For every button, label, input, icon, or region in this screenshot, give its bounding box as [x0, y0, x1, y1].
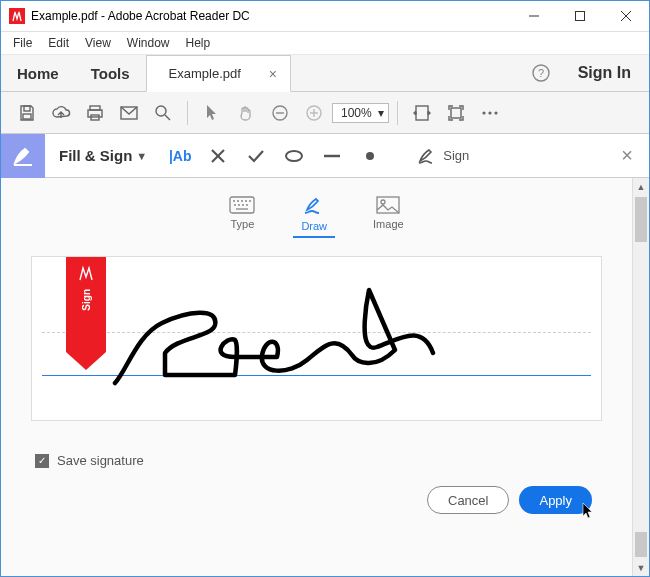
signature-canvas[interactable]: Sign [31, 256, 602, 421]
dialog-buttons: Cancel Apply [31, 468, 602, 532]
fit-page-icon[interactable] [440, 97, 472, 129]
svg-rect-7 [24, 106, 30, 111]
acrobat-logo-icon [77, 265, 95, 283]
content-area: Type Draw Image Sign ✓ Save s [1, 178, 649, 576]
mail-icon[interactable] [113, 97, 145, 129]
x-mark-button[interactable] [201, 139, 235, 173]
scroll-down-icon[interactable]: ▼ [633, 559, 649, 576]
svg-point-42 [381, 200, 385, 204]
svg-rect-21 [451, 108, 461, 118]
vertical-scrollbar[interactable]: ▲ ▼ [632, 178, 649, 576]
hand-icon[interactable] [230, 97, 262, 129]
svg-rect-0 [9, 8, 25, 24]
menu-view[interactable]: View [77, 34, 119, 52]
sign-in-button[interactable]: Sign In [560, 55, 649, 91]
tab-document-label: Example.pdf [169, 66, 241, 81]
dot-button[interactable] [353, 139, 387, 173]
save-signature-checkbox[interactable]: ✓ [35, 454, 49, 468]
chevron-down-icon: ▾ [378, 106, 384, 120]
zoom-select[interactable]: 100%▾ [332, 103, 389, 123]
drawn-signature [107, 275, 477, 395]
save-signature-label: Save signature [57, 453, 144, 468]
add-text-button[interactable]: |Ab [163, 139, 197, 173]
scroll-thumb-2[interactable] [635, 532, 647, 557]
menu-window[interactable]: Window [119, 34, 178, 52]
mode-image-label: Image [373, 218, 404, 230]
menu-file[interactable]: File [5, 34, 40, 52]
sign-here-tag: Sign [66, 257, 106, 352]
checkmark-button[interactable] [239, 139, 273, 173]
signature-mode-tabs: Type Draw Image [31, 178, 602, 246]
print-icon[interactable] [79, 97, 111, 129]
search-icon[interactable] [147, 97, 179, 129]
mode-type[interactable]: Type [221, 192, 263, 238]
cloud-icon[interactable] [45, 97, 77, 129]
svg-point-22 [482, 111, 485, 114]
fill-sign-toolbar: Fill & Sign ▼ |Ab Sign × [1, 134, 649, 178]
sign-button-label: Sign [443, 148, 469, 163]
zoom-value: 100% [341, 106, 372, 120]
svg-rect-10 [88, 110, 102, 117]
scroll-up-icon[interactable]: ▲ [633, 178, 649, 195]
menu-edit[interactable]: Edit [40, 34, 77, 52]
sign-button[interactable]: Sign [409, 147, 477, 165]
fill-sign-icon [1, 134, 45, 178]
more-icon[interactable] [474, 97, 506, 129]
minimize-button[interactable] [511, 1, 557, 31]
line-button[interactable] [315, 139, 349, 173]
tab-document[interactable]: Example.pdf × [146, 55, 291, 92]
pointer-icon[interactable] [196, 97, 228, 129]
signature-pen-icon [417, 147, 437, 165]
fit-width-icon[interactable] [406, 97, 438, 129]
menubar: File Edit View Window Help [1, 32, 649, 54]
save-icon[interactable] [11, 97, 43, 129]
tab-home[interactable]: Home [1, 55, 75, 91]
keyboard-icon [229, 196, 255, 214]
draw-icon [303, 196, 325, 216]
fill-sign-label: Fill & Sign [45, 147, 136, 164]
titlebar: Example.pdf - Adobe Acrobat Reader DC [1, 1, 649, 32]
mode-draw-label: Draw [301, 220, 327, 232]
sign-here-label: Sign [81, 289, 92, 311]
svg-rect-2 [576, 12, 585, 21]
image-icon [376, 196, 400, 214]
app-icon [9, 8, 25, 24]
zoom-in-icon[interactable] [298, 97, 330, 129]
save-signature-row: ✓ Save signature [31, 421, 602, 468]
mode-image[interactable]: Image [365, 192, 412, 238]
tab-close-icon[interactable]: × [269, 66, 277, 82]
svg-rect-20 [416, 106, 428, 120]
svg-point-27 [286, 151, 302, 161]
svg-point-24 [494, 111, 497, 114]
close-button[interactable] [603, 1, 649, 31]
scroll-thumb[interactable] [635, 197, 647, 242]
svg-text:?: ? [538, 67, 544, 79]
main-toolbar: 100%▾ [1, 92, 649, 134]
mouse-cursor [582, 502, 596, 520]
svg-rect-8 [23, 114, 31, 119]
svg-point-23 [488, 111, 491, 114]
zoom-out-icon[interactable] [264, 97, 296, 129]
window-title: Example.pdf - Adobe Acrobat Reader DC [31, 9, 511, 23]
cancel-button[interactable]: Cancel [427, 486, 509, 514]
svg-point-29 [366, 152, 374, 160]
close-panel-icon[interactable]: × [617, 144, 637, 167]
svg-line-14 [165, 115, 170, 120]
svg-point-13 [156, 106, 166, 116]
menu-help[interactable]: Help [178, 34, 219, 52]
signature-panel: Type Draw Image Sign ✓ Save s [1, 178, 632, 576]
fill-sign-dropdown-icon[interactable]: ▼ [136, 150, 147, 162]
maximize-button[interactable] [557, 1, 603, 31]
help-icon[interactable]: ? [522, 55, 560, 91]
tab-row: Home Tools Example.pdf × ? Sign In [1, 54, 649, 92]
tab-tools[interactable]: Tools [75, 55, 146, 91]
circle-button[interactable] [277, 139, 311, 173]
mode-draw[interactable]: Draw [293, 192, 335, 238]
mode-type-label: Type [230, 218, 254, 230]
